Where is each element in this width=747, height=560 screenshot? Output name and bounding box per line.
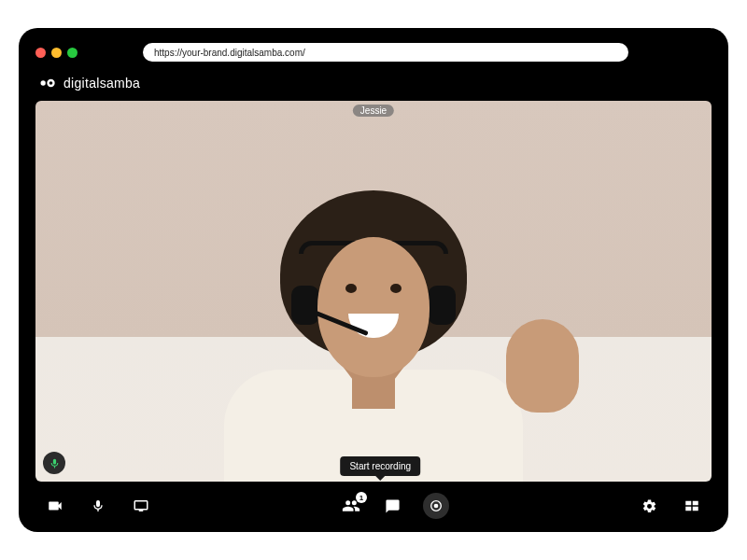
layout-icon bbox=[684, 497, 700, 514]
screenshare-icon bbox=[133, 497, 149, 514]
layout-button[interactable] bbox=[682, 496, 702, 516]
gear-icon bbox=[641, 498, 657, 514]
participant-name: Jessie bbox=[360, 105, 387, 116]
url-bar[interactable]: https://your-brand.digitalsamba.com/ bbox=[143, 43, 628, 62]
maximize-window-icon[interactable] bbox=[67, 48, 78, 58]
toolbar-left bbox=[45, 496, 151, 516]
participant-video bbox=[196, 183, 551, 482]
record-tooltip: Start recording bbox=[340, 456, 420, 476]
browser-window: https://your-brand.digitalsamba.com/ dig… bbox=[19, 28, 728, 532]
minimize-window-icon[interactable] bbox=[51, 48, 62, 58]
video-stage: Jessie Start recording bbox=[35, 101, 712, 482]
mic-status-button[interactable] bbox=[43, 452, 65, 474]
chat-icon bbox=[385, 498, 401, 514]
microphone-icon bbox=[91, 498, 106, 513]
window-controls bbox=[35, 48, 78, 58]
url-text: https://your-brand.digitalsamba.com/ bbox=[154, 48, 305, 58]
microphone-icon bbox=[49, 457, 61, 469]
svg-point-0 bbox=[41, 80, 46, 85]
participant-name-tag: Jessie bbox=[353, 105, 394, 117]
brand-name: digitalsamba bbox=[63, 76, 140, 91]
record-tooltip-text: Start recording bbox=[349, 461, 411, 471]
settings-button[interactable] bbox=[639, 496, 659, 516]
chat-button[interactable] bbox=[382, 496, 402, 516]
toolbar-center: 1 bbox=[341, 493, 449, 519]
toolbar-right bbox=[639, 496, 702, 516]
titlebar: https://your-brand.digitalsamba.com/ bbox=[35, 41, 712, 63]
camera-button[interactable] bbox=[45, 496, 65, 516]
record-button[interactable] bbox=[423, 493, 449, 519]
bottom-toolbar: 1 bbox=[35, 482, 712, 523]
svg-point-2 bbox=[49, 81, 53, 85]
brand-logo-icon bbox=[39, 77, 58, 89]
brand-header: digitalsamba bbox=[35, 63, 712, 101]
participants-badge: 1 bbox=[356, 492, 367, 503]
participants-button[interactable]: 1 bbox=[341, 496, 361, 516]
svg-point-4 bbox=[434, 504, 439, 509]
screenshare-button[interactable] bbox=[131, 496, 151, 516]
microphone-button[interactable] bbox=[88, 496, 108, 516]
record-icon bbox=[429, 498, 444, 513]
camera-icon bbox=[47, 497, 63, 514]
close-window-icon[interactable] bbox=[35, 48, 46, 58]
